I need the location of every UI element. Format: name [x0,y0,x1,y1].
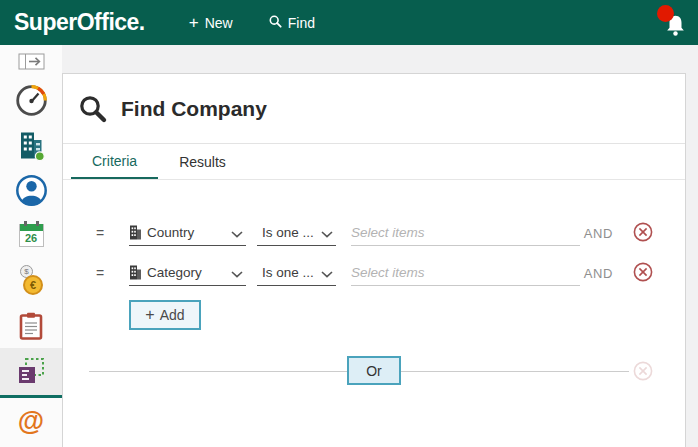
criteria-section: = Country Is one ... [63,180,685,386]
euro-coin-icon: € [23,275,43,295]
company-field-icon [129,225,142,240]
expand-sidebar-icon [18,53,45,70]
circled-x-icon [633,361,653,381]
calendar-icon: 26 [19,224,44,247]
selections-icon [16,357,46,387]
sidebar-item-selections[interactable] [0,348,62,398]
remove-criteria-button[interactable] [633,222,653,242]
field-dropdown-value: Category [147,265,231,280]
sidebar-item-dashboard[interactable] [0,78,62,123]
find-button[interactable]: Find [269,15,315,31]
calendar-day-number: 26 [20,231,43,245]
or-group-button[interactable]: Or [347,356,401,385]
top-nav: + New Find [189,15,315,31]
chevron-down-icon [321,264,333,282]
clipboard-icon [19,312,43,340]
notifications-button[interactable] [660,5,690,41]
add-criteria-button[interactable]: + Add [129,300,201,330]
sidebar-expand-button[interactable] [0,45,62,78]
circled-x-icon [633,262,653,282]
conjunction-label: AND [584,261,613,286]
calendar-icon-header [20,224,43,231]
add-button-label: Add [160,307,185,323]
sidebar: 26 $ € @ [0,45,62,447]
condition-dropdown[interactable]: Is one ... [257,220,336,246]
criteria-row: = Category Is one ... [63,246,685,286]
new-button-label: New [205,15,233,31]
plus-icon: + [189,16,199,30]
operator-label: = [96,261,110,286]
plus-icon: + [145,306,154,324]
value-select-input[interactable] [351,220,580,246]
search-icon [78,94,108,124]
remove-criteria-button[interactable] [633,262,653,282]
chevron-down-icon [231,224,243,242]
chevron-down-icon [321,224,333,242]
sidebar-item-contacts[interactable] [0,168,62,213]
company-building-icon [18,131,45,161]
sidebar-item-sales[interactable]: $ € [0,258,62,303]
panel-header: Find Company [63,74,685,144]
chevron-down-icon [231,264,243,282]
condition-dropdown-value: Is one ... [262,265,321,280]
top-bar: SuperOffice. + New Find [0,0,698,45]
condition-dropdown[interactable]: Is one ... [257,260,336,286]
notification-badge [657,5,674,22]
page-title: Find Company [121,97,267,121]
condition-dropdown-value: Is one ... [262,225,321,240]
dashboard-gauge-icon [15,84,48,117]
field-dropdown[interactable]: Category [129,260,246,286]
tab-results[interactable]: Results [158,144,247,179]
or-group-row: Or [63,356,685,386]
new-button[interactable]: + New [189,15,233,31]
superoffice-logo[interactable]: SuperOffice. [14,9,145,36]
tab-criteria[interactable]: Criteria [71,144,158,179]
sidebar-item-projects[interactable] [0,303,62,348]
find-company-panel: Find Company Criteria Results = Country [62,73,686,447]
sidebar-item-diary[interactable]: 26 [0,213,62,258]
search-icon [269,15,282,31]
tab-bar: Criteria Results [63,144,685,180]
at-sign-icon: @ [18,407,44,435]
contact-person-icon [15,174,48,207]
remove-or-group-button-disabled [633,361,653,381]
coins-icon: $ € [16,265,46,296]
operator-label: = [96,221,110,246]
value-select-input[interactable] [351,260,580,286]
circled-x-icon [633,222,653,242]
field-dropdown-value: Country [147,225,231,240]
sidebar-item-mailings[interactable]: @ [0,398,62,443]
field-dropdown[interactable]: Country [129,220,246,246]
find-button-label: Find [288,15,315,31]
company-field-icon [129,265,142,280]
sidebar-item-companies[interactable] [0,123,62,168]
conjunction-label: AND [584,221,613,246]
criteria-row: = Country Is one ... [63,206,685,246]
